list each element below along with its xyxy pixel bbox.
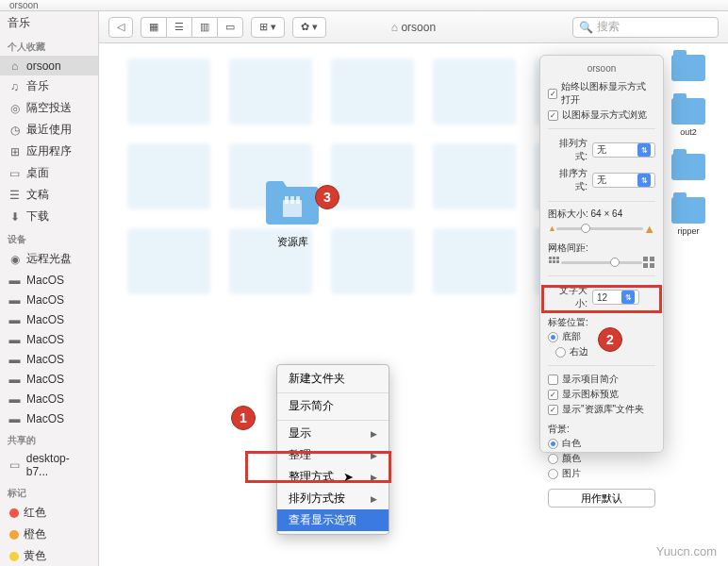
- action-button[interactable]: ✿ ▾: [292, 17, 326, 38]
- show-preview-checkbox[interactable]: 显示图标预览: [548, 387, 655, 402]
- bg-image-radio[interactable]: 图片: [548, 466, 655, 481]
- sidebar-item-label: MacOS: [26, 353, 64, 366]
- svg-rect-9: [556, 260, 559, 263]
- icon-view-button[interactable]: ▦: [141, 17, 166, 38]
- sidebar-item-label: 音乐: [26, 78, 49, 94]
- svg-rect-13: [650, 263, 654, 268]
- label-position-label: 标签位置:: [548, 316, 655, 329]
- computer-icon: ▭: [8, 458, 22, 473]
- sidebar-item-label: 黄色: [24, 548, 46, 564]
- sidebar-section-header: 设备: [0, 227, 98, 248]
- arrange-select[interactable]: 无⇅: [592, 142, 655, 158]
- sidebar-item[interactable]: ⬇下载: [0, 206, 98, 227]
- arrange-button[interactable]: ⊞ ▾: [251, 17, 285, 38]
- sidebar-item[interactable]: ◉远程光盘: [0, 248, 98, 270]
- right-file-column: out2 ripper: [665, 55, 712, 253]
- browse-icon-checkbox[interactable]: 以图标显示方式浏览: [548, 108, 655, 123]
- sidebar-item[interactable]: 橙色: [0, 524, 98, 545]
- use-default-button[interactable]: 用作默认: [548, 489, 655, 508]
- drive-icon: ▬: [8, 292, 22, 307]
- context-menu-item[interactable]: 查看显示选项: [277, 509, 389, 531]
- sidebar-item[interactable]: 红色: [0, 502, 98, 524]
- view-mode-group: ▦ ☰ ▥ ▭: [141, 17, 243, 38]
- grid-small-icon: [548, 256, 561, 269]
- context-menu-item[interactable]: 新建文件夹: [277, 368, 389, 390]
- sort-select[interactable]: 无⇅: [592, 173, 655, 188]
- sidebar-item[interactable]: ▬MacOS: [0, 290, 98, 309]
- sidebar-item-label: MacOS: [26, 412, 64, 425]
- svg-rect-4: [549, 257, 552, 259]
- list-view-button[interactable]: ☰: [166, 17, 191, 38]
- airdrop-icon: ◎: [8, 101, 22, 115]
- sidebar-item[interactable]: ⊞应用程序: [0, 141, 98, 162]
- sidebar-item[interactable]: ▭桌面: [0, 162, 98, 184]
- sidebar-item-label: 隔空投送: [26, 100, 72, 116]
- context-menu-item[interactable]: 排列方式按▶: [277, 488, 389, 509]
- file-item[interactable]: [665, 154, 712, 180]
- sidebar-item-label: 应用程序: [26, 143, 72, 159]
- file-item[interactable]: ripper: [665, 197, 712, 236]
- sidebar-item-label: orsoon: [26, 59, 61, 73]
- drive-icon: ▬: [8, 352, 22, 366]
- sidebar-item[interactable]: ☰文稿: [0, 184, 98, 206]
- show-library-checkbox[interactable]: 显示"资源库"文件夹: [548, 402, 655, 417]
- search-icon: 🔍: [579, 21, 593, 34]
- chevron-right-icon: ▶: [371, 429, 377, 439]
- always-icon-checkbox[interactable]: 始终以图标显示方式打开: [548, 79, 655, 108]
- svg-rect-11: [650, 257, 654, 261]
- bg-color-radio[interactable]: 颜色: [548, 451, 655, 466]
- file-item[interactable]: [665, 55, 712, 81]
- download-icon: ⬇: [8, 209, 22, 224]
- doc-icon: ☰: [8, 188, 22, 202]
- annotation-box-2: [541, 285, 662, 313]
- sidebar-item[interactable]: ⌂orsoon: [0, 56, 98, 75]
- drive-icon: ▬: [8, 372, 22, 386]
- annotation-badge-2: 2: [598, 327, 622, 352]
- window-header: orsoon: [0, 0, 728, 11]
- sidebar-item[interactable]: ▬MacOS: [0, 270, 98, 290]
- sidebar-item-label: MacOS: [26, 392, 64, 406]
- context-menu-item[interactable]: 显示▶: [277, 420, 389, 444]
- svg-rect-8: [553, 260, 555, 263]
- column-view-button[interactable]: ▥: [191, 17, 217, 38]
- label-right-radio[interactable]: 右边: [555, 344, 588, 359]
- music-icon: ♫: [8, 79, 22, 93]
- search-input[interactable]: 🔍 搜索: [572, 17, 719, 38]
- back-button[interactable]: ◁: [108, 17, 133, 38]
- sidebar-item[interactable]: ▬MacOS: [0, 369, 98, 389]
- sidebar-item-label: 文稿: [26, 187, 49, 203]
- sidebar-item[interactable]: ▬MacOS: [0, 309, 98, 329]
- clock-icon: ◷: [8, 123, 22, 137]
- gallery-view-button[interactable]: ▭: [217, 17, 243, 38]
- sidebar-item-label: desktop-b7...: [26, 452, 91, 478]
- sidebar-item[interactable]: ▬MacOS: [0, 389, 98, 408]
- sidebar-item-label: 远程光盘: [26, 251, 72, 267]
- show-info-checkbox[interactable]: 显示项目简介: [548, 372, 655, 387]
- sidebar-item[interactable]: ◎隔空投送: [0, 97, 98, 119]
- context-menu-item[interactable]: 显示简介: [277, 392, 389, 417]
- sidebar-item[interactable]: ▬MacOS: [0, 349, 98, 369]
- sidebar-item[interactable]: ▭desktop-b7...: [0, 449, 98, 481]
- icon-size-slider[interactable]: ▲▲: [548, 221, 655, 236]
- svg-rect-5: [553, 257, 555, 259]
- folder-label: 资源库: [264, 235, 321, 249]
- annotation-badge-1: 1: [231, 406, 256, 430]
- arrange-row: 排列方式: 无⇅: [548, 135, 655, 165]
- sidebar-section-header: 共享的: [0, 428, 98, 449]
- sidebar-item[interactable]: ◷最近使用: [0, 119, 98, 141]
- sidebar-item[interactable]: ♫音乐: [0, 75, 98, 97]
- sidebar-item[interactable]: ▬MacOS: [0, 329, 98, 349]
- sidebar-item-label: MacOS: [26, 293, 64, 307]
- chevron-right-icon: ▶: [371, 494, 377, 504]
- svg-rect-2: [290, 196, 294, 204]
- sidebar-item[interactable]: ▬MacOS: [0, 408, 98, 428]
- sidebar-item[interactable]: 黄色: [0, 545, 98, 566]
- grid-spacing-label: 网格间距:: [548, 241, 655, 255]
- disk-icon: ◉: [8, 252, 22, 266]
- popup-title: orsoon: [548, 63, 655, 79]
- file-item[interactable]: out2: [665, 98, 712, 137]
- bg-white-radio[interactable]: 白色: [548, 436, 655, 451]
- svg-rect-12: [643, 263, 648, 268]
- grid-spacing-slider[interactable]: [548, 255, 655, 270]
- library-folder[interactable]: 资源库: [264, 179, 321, 249]
